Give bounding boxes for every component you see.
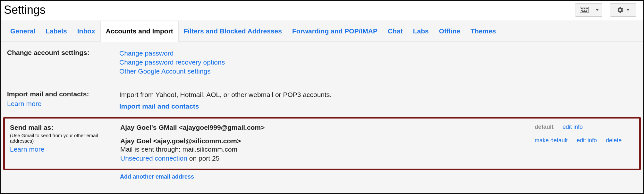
tab-filters[interactable]: Filters and Blocked Addresses — [179, 21, 287, 41]
link-other-settings[interactable]: Other Google Account settings — [119, 67, 211, 75]
svg-rect-4 — [586, 8, 587, 9]
svg-rect-1 — [581, 8, 582, 9]
account-2-make-default[interactable]: make default — [535, 137, 568, 144]
tab-themes[interactable]: Themes — [465, 21, 501, 41]
import-description: Import from Yahoo!, Hotmail, AOL, or oth… — [119, 90, 637, 99]
link-add-another-email[interactable]: Add another email address — [120, 173, 194, 180]
input-tools-button[interactable] — [575, 3, 594, 17]
keyboard-icon — [580, 7, 589, 13]
link-import-learn-more[interactable]: Learn more — [7, 100, 41, 107]
tab-labs[interactable]: Labs — [408, 21, 434, 41]
account-2-edit-info[interactable]: edit info — [577, 137, 597, 144]
account-2-through: Mail is sent through: mail.silicomm.com — [120, 145, 535, 154]
account-1-edit-info[interactable]: edit info — [563, 124, 583, 130]
account-2-name: Ajay Goel <ajay.goel@silicomm.com> — [120, 137, 241, 145]
account-2-unsecured-link[interactable]: Unsecured connection — [120, 154, 187, 162]
section-change-account: Change account settings: Change password… — [1, 42, 643, 83]
svg-rect-7 — [582, 10, 583, 11]
gear-icon — [617, 6, 624, 13]
tab-general[interactable]: General — [5, 21, 40, 41]
tab-labels[interactable]: Labels — [40, 21, 72, 41]
chevron-down-icon — [596, 9, 599, 11]
account-2-port: on port 25 — [187, 154, 219, 162]
svg-rect-10 — [582, 11, 587, 12]
account-1-default-badge: default — [535, 124, 554, 130]
tab-chat[interactable]: Chat — [383, 21, 408, 41]
settings-body: Change account settings: Change password… — [1, 42, 643, 193]
account-1-name: Ajay Goel's GMail <ajaygoel999@gmail.com… — [120, 124, 265, 131]
settings-gear-button[interactable] — [610, 3, 636, 17]
link-change-recovery[interactable]: Change password recovery options — [119, 58, 225, 66]
sma-add-row: Add another email address — [1, 170, 643, 193]
change-account-label: Change account settings: — [7, 49, 119, 57]
svg-rect-9 — [586, 10, 587, 11]
page-title: Settings — [4, 3, 46, 17]
header: Settings — [1, 1, 643, 17]
toolbar — [575, 3, 640, 17]
svg-rect-3 — [584, 8, 585, 9]
link-import-mail[interactable]: Import mail and contacts — [119, 102, 199, 110]
svg-rect-5 — [587, 8, 588, 9]
tab-forwarding[interactable]: Forwarding and POP/IMAP — [287, 21, 383, 41]
section-import: Import mail and contacts: Learn more Imp… — [1, 83, 643, 117]
input-tools-dropdown[interactable] — [592, 3, 602, 17]
sma-label: Send mail as: — [10, 124, 120, 131]
sma-hint: (Use Gmail to send from your other email… — [10, 133, 120, 144]
tab-offline[interactable]: Offline — [434, 21, 466, 41]
link-change-password[interactable]: Change password — [119, 49, 174, 57]
import-label: Import mail and contacts: — [7, 90, 119, 98]
settings-page: Settings General Labels Inbox Accounts a… — [0, 0, 644, 194]
svg-rect-8 — [584, 10, 585, 11]
account-2-delete[interactable]: delete — [606, 137, 622, 144]
tab-inbox[interactable]: Inbox — [72, 21, 100, 41]
svg-rect-2 — [582, 8, 583, 9]
keyboard-button-group — [575, 3, 602, 17]
svg-rect-6 — [581, 10, 582, 11]
tabs: General Labels Inbox Accounts and Import… — [1, 21, 643, 42]
link-sma-learn-more[interactable]: Learn more — [10, 146, 44, 153]
chevron-down-icon — [626, 9, 630, 11]
send-mail-as-highlight: Send mail as: (Use Gmail to send from yo… — [3, 117, 641, 170]
tab-accounts-and-import[interactable]: Accounts and Import — [100, 21, 179, 42]
